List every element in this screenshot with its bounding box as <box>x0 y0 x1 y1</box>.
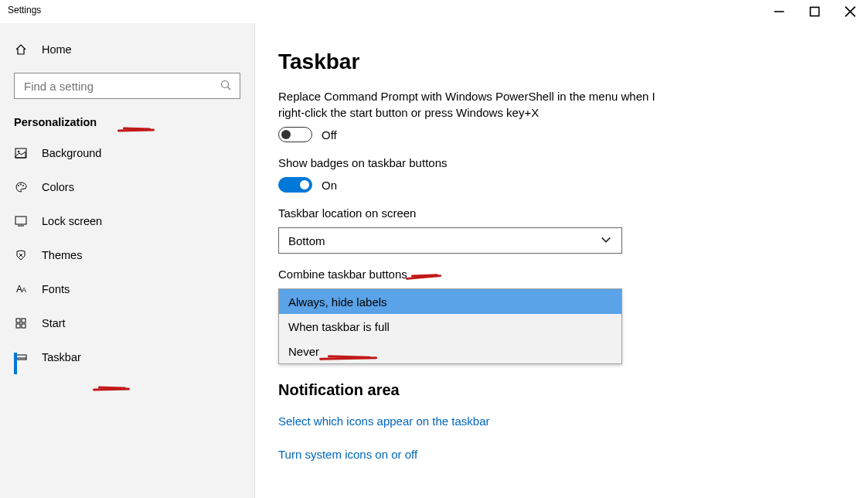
sidebar-item-background[interactable]: Background <box>14 136 240 170</box>
taskbar-icon <box>14 351 28 363</box>
minimize-button[interactable] <box>761 0 797 23</box>
home-icon <box>14 43 28 56</box>
svg-point-3 <box>18 151 20 153</box>
sidebar-item-themes[interactable]: Themes <box>14 238 240 272</box>
combine-option-whenfull[interactable]: When taskbar is full <box>279 314 621 339</box>
sidebar-item-label: Colors <box>42 181 74 193</box>
svg-point-1 <box>222 80 229 87</box>
chevron-down-icon <box>600 234 612 248</box>
palette-icon <box>14 181 28 193</box>
dropdown-location-value: Bottom <box>288 234 325 247</box>
title-bar: Settings <box>0 0 868 23</box>
setting-label-location: Taskbar location on screen <box>278 205 665 221</box>
close-button[interactable] <box>832 0 868 23</box>
setting-label-combine: Combine taskbar buttons <box>278 266 665 282</box>
toggle-badges[interactable] <box>278 177 312 193</box>
maximize-button[interactable] <box>797 0 832 23</box>
toggle-state-powershell: Off <box>322 128 337 142</box>
sidebar-item-label: Lock screen <box>42 215 102 227</box>
main-content: Taskbar Replace Command Prompt with Wind… <box>255 23 868 498</box>
sidebar: Home Personalization Background Colors <box>0 23 255 498</box>
sidebar-item-fonts[interactable]: AA Fonts <box>14 272 240 306</box>
svg-point-6 <box>22 185 24 186</box>
svg-rect-0 <box>810 7 819 15</box>
home-nav[interactable]: Home <box>14 32 240 67</box>
svg-rect-8 <box>16 319 20 322</box>
search-icon <box>220 79 232 94</box>
setting-label-badges: Show badges on taskbar buttons <box>278 155 665 171</box>
notification-area-heading: Notification area <box>278 381 845 399</box>
themes-icon <box>14 249 28 261</box>
svg-point-5 <box>20 184 22 186</box>
link-system-icons[interactable]: Turn system icons on or off <box>278 448 417 461</box>
sidebar-item-taskbar[interactable]: Taskbar <box>14 340 240 374</box>
sidebar-item-start[interactable]: Start <box>14 306 240 340</box>
sidebar-item-label: Fonts <box>42 283 70 295</box>
link-select-icons[interactable]: Select which icons appear on the taskbar <box>278 414 490 428</box>
svg-point-4 <box>18 185 19 186</box>
page-title: Taskbar <box>278 49 845 74</box>
window-title: Settings <box>8 0 41 15</box>
lockscreen-icon <box>14 215 28 227</box>
search-input-wrap[interactable] <box>14 73 240 99</box>
sidebar-item-colors[interactable]: Colors <box>14 170 240 204</box>
svg-rect-12 <box>15 355 26 360</box>
sidebar-item-lockscreen[interactable]: Lock screen <box>14 204 240 238</box>
search-input[interactable] <box>22 79 220 94</box>
toggle-powershell[interactable] <box>278 127 312 142</box>
home-label: Home <box>42 43 72 56</box>
dropdown-combine-open: Always, hide labels When taskbar is full… <box>278 288 622 364</box>
svg-rect-7 <box>15 217 26 224</box>
sidebar-item-label: Background <box>42 147 101 159</box>
start-icon <box>14 317 28 329</box>
fonts-icon: AA <box>14 284 28 295</box>
setting-label-powershell: Replace Command Prompt with Windows Powe… <box>278 88 665 121</box>
toggle-state-badges: On <box>322 179 337 192</box>
svg-rect-10 <box>16 324 20 328</box>
section-title: Personalization <box>14 116 240 128</box>
svg-rect-9 <box>22 319 26 322</box>
combine-option-always[interactable]: Always, hide labels <box>279 289 621 314</box>
sidebar-item-label: Taskbar <box>42 351 81 363</box>
svg-rect-2 <box>15 148 26 158</box>
caption-controls <box>761 0 868 23</box>
svg-rect-11 <box>22 324 26 328</box>
sidebar-item-label: Start <box>42 317 66 329</box>
combine-option-never[interactable]: Never <box>279 339 621 363</box>
sidebar-item-label: Themes <box>42 249 82 261</box>
dropdown-location[interactable]: Bottom <box>278 227 622 254</box>
picture-icon <box>14 147 28 159</box>
